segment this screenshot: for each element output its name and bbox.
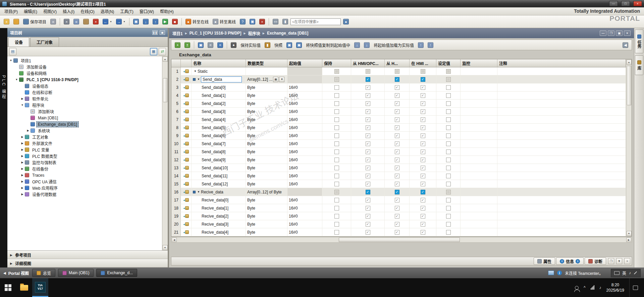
row-number[interactable]: 5	[171, 100, 181, 107]
cell-start-value[interactable]	[287, 75, 322, 83]
checkbox-setpoint[interactable]	[446, 182, 451, 186]
table-row[interactable]: 20◂Recive_data[3]Byte16#0✓✓✓	[171, 220, 626, 228]
row-number[interactable]: 20	[171, 220, 181, 228]
column-header[interactable]: 在 HMI ...	[410, 59, 436, 67]
checkbox-setpoint[interactable]	[446, 141, 451, 146]
checkbox-setpoint[interactable]	[446, 109, 451, 114]
cell-data-type[interactable]: Byte	[246, 132, 287, 139]
expander-icon[interactable]: ▼	[20, 104, 24, 107]
cell-name[interactable]: Send_data[4]	[192, 116, 246, 123]
cell-data-type[interactable]: Byte	[246, 164, 287, 172]
checkbox-writable-from-hmi[interactable]: ✓	[395, 141, 399, 146]
expander-icon[interactable]: ▶	[26, 129, 30, 132]
cell-start-value[interactable]: 16#0	[287, 108, 322, 115]
table-row[interactable]: 16◂▼Recive_dataArray[0..12] of Byte✓✓✓	[171, 188, 626, 196]
checkbox-setpoint[interactable]	[446, 174, 451, 178]
cell-data-type[interactable]: Byte	[246, 108, 287, 115]
checkbox-writable-from-hmi[interactable]: ✓	[395, 125, 399, 130]
breadcrumb-segment[interactable]: PLC_1 [CPU 1516-3 PN/DP]	[190, 31, 241, 36]
cell-data-type[interactable]: Byte	[246, 140, 287, 147]
go-offline-button[interactable]: ●转至离线	[211, 17, 237, 26]
cell-name[interactable]: Send_data[11]	[192, 172, 246, 180]
name-edit-field[interactable]: Send_data	[201, 76, 242, 82]
row-number[interactable]: 14	[171, 172, 181, 180]
redo-button[interactable]: →▼	[114, 17, 127, 26]
checkbox-writable-from-hmi[interactable]: ✓	[395, 230, 399, 235]
scroll-up-icon[interactable]: ▲	[627, 60, 632, 65]
split-editor-horizontal-button[interactable]: ▭	[271, 17, 280, 26]
checkbox-retain[interactable]	[334, 174, 339, 178]
checkbox-accessible-from-hmi[interactable]: ✓	[366, 93, 370, 98]
ime-bar[interactable]: 英 ♪	[611, 269, 641, 277]
row-number[interactable]: 15	[171, 180, 181, 188]
tree-item[interactable]: Exchange_data [DB1]	[7, 121, 162, 127]
checkbox-accessible-from-hmi[interactable]: ✓	[366, 182, 370, 186]
expander-icon[interactable]: ▼	[196, 78, 201, 81]
speaker-icon[interactable]: ♪	[599, 285, 601, 290]
expander-icon[interactable]: ▶	[20, 135, 24, 138]
undo-dropdown-icon[interactable]: ▼	[110, 20, 112, 23]
cell-comment[interactable]	[497, 164, 626, 172]
cell-comment[interactable]	[497, 83, 626, 91]
expander-icon[interactable]: ▶	[20, 174, 24, 177]
tree-item[interactable]: Main [OB1]	[7, 115, 162, 121]
cell-start-value[interactable]: 16#0	[287, 148, 322, 156]
cell-data-type[interactable]: Byte	[246, 212, 287, 220]
checkbox-writable-from-hmi[interactable]: ✓	[395, 214, 399, 219]
auto-collapse-icon[interactable]: ❚❚	[152, 31, 158, 35]
table-scroll-thumb[interactable]	[627, 66, 631, 105]
column-header[interactable]: 设定值	[436, 59, 461, 67]
checkbox-retain[interactable]	[334, 85, 339, 90]
table-row[interactable]: 5◂Send_data[2]Byte16#0✓✓✓	[171, 100, 626, 108]
cell-data-type[interactable]: Byte	[246, 196, 287, 204]
checkbox-writable-from-hmi[interactable]: ✓	[395, 77, 399, 82]
tree-item[interactable]: ▶PLC 变量	[7, 146, 162, 153]
checkbox-visible-in-hmi[interactable]: ✓	[421, 133, 425, 138]
row-number[interactable]: 10	[171, 140, 181, 147]
cell-comment[interactable]	[497, 132, 626, 139]
checkbox-setpoint[interactable]	[446, 158, 451, 162]
row-number[interactable]: 1	[171, 67, 181, 75]
cell-start-value[interactable]: 16#0	[287, 92, 322, 99]
start-button[interactable]	[0, 278, 16, 297]
expander-icon[interactable]: ▶	[20, 161, 24, 164]
cell-data-type[interactable]: Array[0..12] of Byte	[246, 188, 287, 196]
row-number[interactable]: 9	[171, 132, 181, 139]
cell-data-type[interactable]: Byte	[246, 92, 287, 99]
tree-item[interactable]: ▶在线备份	[7, 166, 162, 172]
cell-name[interactable]: ▼Send_data	[192, 75, 246, 83]
row-number[interactable]: 17	[171, 196, 181, 204]
file-explorer-button[interactable]	[16, 278, 32, 297]
scroll-down-icon[interactable]: ▼	[627, 231, 632, 236]
table-row[interactable]: 10◂Send_data[7]Byte16#0✓✓✓	[171, 140, 626, 148]
tree-item[interactable]: +添加新设备	[7, 64, 162, 70]
tree-item[interactable]: ▶系统块	[7, 127, 162, 134]
checkbox-retain[interactable]	[334, 166, 339, 170]
cell-data-type[interactable]: Byte	[246, 116, 287, 123]
checkbox-retain[interactable]	[334, 101, 339, 106]
table-row[interactable]: 6◂Send_data[3]Byte16#0✓✓✓	[171, 108, 626, 116]
tree-item[interactable]: +添加新块	[7, 108, 162, 115]
tree-item[interactable]: ▶Traces	[7, 172, 162, 178]
table-row[interactable]: 3◂Send_data[0]Byte16#0✓✓✓	[171, 83, 626, 92]
menu-item[interactable]: 插入(I)	[60, 7, 77, 15]
expander-icon[interactable]: ▼	[196, 190, 201, 193]
cell-data-type[interactable]: Byte	[246, 124, 287, 131]
checkbox-visible-in-hmi[interactable]: ✓	[421, 125, 425, 130]
snapshot-all-button[interactable]: ▣	[294, 41, 304, 49]
cell-name[interactable]: Send_data[3]	[192, 108, 246, 115]
cell-start-value[interactable]	[287, 67, 322, 75]
tab-libraries[interactable]: 库	[635, 55, 643, 75]
checkbox-retain[interactable]	[334, 117, 339, 122]
cell-name[interactable]: Send_data[7]	[192, 140, 246, 147]
column-header[interactable]: 数据类型	[246, 59, 287, 67]
checkbox-visible-in-hmi[interactable]: ✓	[421, 141, 425, 146]
pin-panel-icon[interactable]: ▣	[160, 31, 165, 35]
tree-item[interactable]: ▶监控与强制表	[7, 159, 162, 166]
tab-tasks[interactable]: 任务	[635, 29, 643, 53]
checkbox-writable-from-hmi[interactable]: ✓	[395, 117, 399, 122]
row-number[interactable]: 11	[171, 148, 181, 156]
cell-name[interactable]: Send_data[12]	[192, 180, 246, 188]
checkbox-setpoint[interactable]	[446, 166, 451, 170]
cell-comment[interactable]	[497, 212, 626, 220]
